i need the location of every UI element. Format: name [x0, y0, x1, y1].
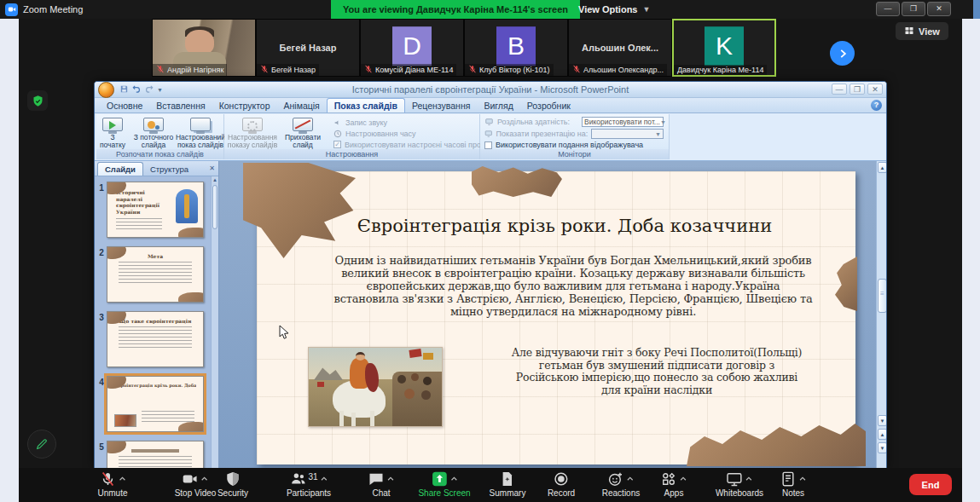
thumbnail-picture	[114, 414, 136, 427]
slide-thumbnail-5[interactable]	[107, 441, 204, 469]
set-up-slideshow-button[interactable]: Настроювання показу слайдів	[224, 114, 281, 150]
ribbon-tab-6[interactable]: Вигляд	[477, 99, 519, 113]
chevron-up-icon[interactable]	[320, 471, 328, 487]
participant-tile[interactable]: Андрій Нагірняк	[152, 19, 256, 77]
torn-paper-decoration	[178, 422, 204, 432]
custom-slideshow-button[interactable]: Настроюваний показ слайдів	[178, 114, 223, 150]
ppt-restore-button[interactable]: ❐	[850, 84, 865, 95]
toolbar-label: Chat	[372, 488, 390, 498]
slide-image-khmelnytsky[interactable]	[308, 347, 443, 427]
rehearse-timings-option[interactable]: Настроювання часу	[333, 128, 501, 139]
resolution-dropdown[interactable]: Використовувати пот... ▼	[582, 117, 664, 127]
panel-close-icon[interactable]: ✕	[209, 164, 215, 172]
ribbon-tab-1[interactable]: Вставлення	[149, 99, 212, 113]
participant-tile[interactable]: KДавидчук Каріна Ме-114	[672, 19, 776, 77]
chevron-up-icon[interactable]	[200, 471, 209, 487]
slide-editing-area: Євроінтеграція крізь роки. Доба козаччин…	[219, 161, 876, 469]
scroll-up-button[interactable]: ▲	[878, 162, 887, 173]
annotate-pencil-button[interactable]	[27, 430, 56, 459]
end-meeting-button[interactable]: End	[909, 474, 952, 495]
panel-scrollbar[interactable]: ▲	[211, 176, 218, 469]
tab-slides[interactable]: Слайди	[97, 162, 143, 176]
participant-name: Клуб Віктор (Кі-101)	[479, 66, 550, 74]
scroll-up-icon[interactable]: ▲	[212, 177, 218, 182]
ribbon-tab-3[interactable]: Анімація	[277, 99, 327, 113]
toolbar-participants[interactable]: 31Participants	[287, 470, 331, 498]
from-beginning-button[interactable]: З початку	[96, 114, 129, 150]
next-slide-button[interactable]: ▼	[878, 442, 887, 453]
toolbar-stop-video[interactable]: Stop Video	[175, 470, 217, 498]
participant-tile[interactable]: BКлуб Віктор (Кі-101)	[464, 19, 568, 77]
toolbar-chat[interactable]: Chat	[368, 470, 395, 498]
ribbon-tab-4[interactable]: Показ слайдів	[327, 98, 405, 113]
toolbar-label: Reactions	[602, 488, 640, 498]
participant-tile[interactable]: Альошин Олек...Альошин Олександр...	[568, 19, 672, 77]
next-participants-page-button[interactable]	[830, 41, 855, 66]
toolbar-reactions[interactable]: Reactions	[602, 470, 640, 498]
help-icon[interactable]: ?	[871, 100, 882, 111]
chevron-up-icon[interactable]	[118, 471, 126, 487]
toolbar-summary[interactable]: Summary	[490, 470, 526, 498]
show-presentation-on-dropdown[interactable]: ▼	[591, 129, 664, 139]
mic-muted-icon	[260, 65, 269, 75]
scrollbar-thumb[interactable]	[212, 185, 217, 229]
toolbar-unmute[interactable]: Unmute	[97, 470, 127, 498]
ribbon-tab-0[interactable]: Основне	[100, 99, 149, 113]
ppt-close-button[interactable]: ✕	[867, 84, 883, 95]
thumbnail-title: Мета	[114, 253, 196, 259]
torn-paper-decoration	[178, 292, 204, 303]
chevron-up-icon[interactable]	[798, 471, 807, 487]
slide-thumbnail-2[interactable]: Мета	[107, 246, 204, 303]
toolbar-whiteboards[interactable]: Whiteboards	[716, 470, 763, 498]
ppt-body: Слайди Структура ✕ 1Історичні паралелі є…	[95, 161, 887, 469]
setup-options: Запис звуку Настроювання часу ✓ Використ…	[333, 117, 501, 150]
desktop-strip-left	[0, 19, 19, 502]
view-button-label: View	[919, 26, 940, 37]
ribbon-tabs: ОсновнеВставленняКонструкторАнімаціяПока…	[95, 98, 886, 113]
toolbar-notes[interactable]: Notes	[780, 470, 807, 498]
slide-paragraph-2[interactable]: Але відчуваючи гніт з боку Речі Посполит…	[509, 347, 804, 396]
slide-scrollbar[interactable]: ▲ ▼ ▲ ▼	[876, 161, 887, 469]
toolbar-apps[interactable]: Apps	[660, 470, 687, 498]
ribbon-tab-5[interactable]: Рецензування	[405, 99, 477, 113]
record-narration-option[interactable]: Запис звуку	[333, 117, 501, 128]
ribbon-tab-2[interactable]: Конструктор	[212, 99, 277, 113]
slide-thumbnail-1[interactable]: Історичні паралелі євроінтеграції Україн…	[107, 182, 204, 238]
qat-dropdown-icon[interactable]: ▼	[157, 87, 163, 93]
participant-tile[interactable]: DКомусій Діана МЕ-114	[360, 19, 464, 77]
save-icon[interactable]	[119, 82, 129, 97]
chevron-up-icon[interactable]	[626, 471, 635, 487]
slide-number: 1	[96, 182, 107, 238]
restore-button[interactable]: ❐	[902, 2, 925, 16]
chevron-up-icon[interactable]	[449, 471, 458, 487]
ppt-titlebar[interactable]: ▼ Історичні паралелі євроінтеграції Укра…	[95, 82, 886, 98]
office-button[interactable]	[98, 82, 114, 98]
previous-slide-button[interactable]: ▲	[878, 429, 887, 440]
ribbon-tab-7[interactable]: Розробник	[520, 99, 577, 113]
slide-title[interactable]: Євроінтеграція крізь роки. Доба козаччин…	[282, 216, 847, 236]
minimize-button[interactable]: —	[876, 2, 900, 16]
toolbar-share-screen[interactable]: Share Screen	[418, 470, 470, 498]
view-layout-button[interactable]: View	[896, 22, 948, 40]
scroll-down-button[interactable]: ▼	[878, 415, 887, 426]
close-button[interactable]: ✕	[927, 2, 951, 16]
scrollbar-thumb[interactable]	[878, 279, 887, 313]
view-options-menu[interactable]: View Options ▼	[578, 0, 650, 19]
chevron-up-icon[interactable]	[679, 471, 687, 487]
toolbar-record[interactable]: Record	[548, 470, 575, 498]
hide-slide-button[interactable]: Приховати слайд	[281, 114, 325, 150]
from-current-slide-button[interactable]: З поточного слайда	[129, 114, 178, 150]
tab-outline[interactable]: Структура	[143, 163, 195, 176]
chevron-up-icon[interactable]	[745, 471, 753, 487]
chevron-up-icon[interactable]	[386, 471, 395, 487]
slide-thumbnail-3[interactable]: Що таке євроінтеграція	[107, 311, 204, 367]
undo-icon[interactable]	[131, 82, 142, 97]
redo-icon[interactable]	[144, 82, 154, 97]
toolbar-security[interactable]: Security	[217, 470, 248, 498]
participant-tile[interactable]: Бегей НазарБегей Назар	[256, 19, 360, 77]
ppt-minimize-button[interactable]: —	[832, 84, 847, 95]
slide-paragraph-1[interactable]: Одним із найвидатніших гетьманів України…	[333, 254, 813, 318]
current-slide[interactable]: Євроінтеграція крізь роки. Доба козаччин…	[257, 171, 855, 464]
presenter-view-checkbox[interactable]: Використовувати подання відображувача	[484, 141, 669, 149]
slide-thumbnail-4[interactable]: Євроінтеграція крізь роки. Доба козаччин…	[107, 376, 204, 432]
